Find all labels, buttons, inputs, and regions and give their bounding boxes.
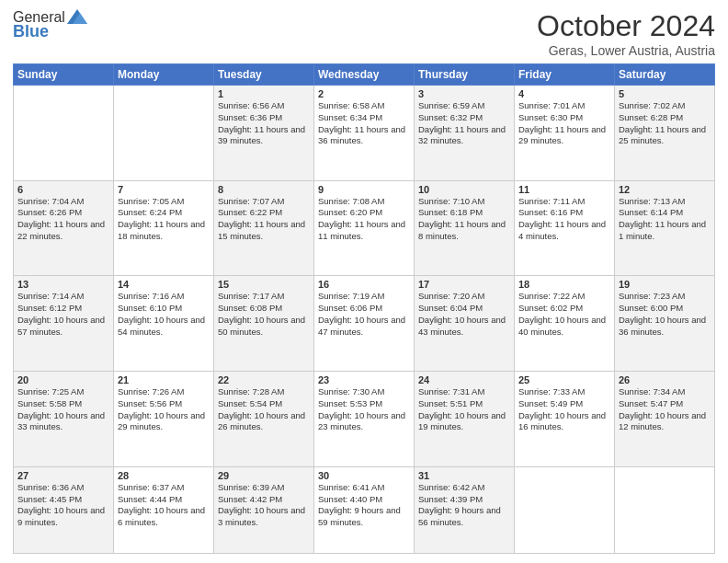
location-subtitle: Geras, Lower Austria, Austria xyxy=(537,43,715,58)
calendar-day-cell xyxy=(114,86,214,181)
day-info: Sunrise: 7:33 AMSunset: 5:49 PMDaylight:… xyxy=(518,386,610,433)
day-info: Sunrise: 7:10 AMSunset: 6:18 PMDaylight:… xyxy=(418,196,510,243)
calendar-week-row: 6Sunrise: 7:04 AMSunset: 6:26 PMDaylight… xyxy=(14,180,715,276)
day-number: 14 xyxy=(118,279,210,290)
day-number: 17 xyxy=(418,279,510,290)
calendar-table: SundayMondayTuesdayWednesdayThursdayFrid… xyxy=(13,63,715,554)
day-number: 11 xyxy=(518,184,610,195)
day-info: Sunrise: 6:39 AMSunset: 4:42 PMDaylight:… xyxy=(218,482,310,529)
day-number: 10 xyxy=(418,184,510,195)
day-number: 13 xyxy=(17,279,109,290)
calendar-day-cell: 27Sunrise: 6:36 AMSunset: 4:45 PMDayligh… xyxy=(14,466,114,553)
day-number: 4 xyxy=(518,88,610,99)
day-info: Sunrise: 6:41 AMSunset: 4:40 PMDaylight:… xyxy=(318,482,410,529)
calendar-day-cell: 4Sunrise: 7:01 AMSunset: 6:30 PMDaylight… xyxy=(515,86,615,181)
calendar-header-row: SundayMondayTuesdayWednesdayThursdayFrid… xyxy=(14,64,715,86)
day-number: 19 xyxy=(619,279,711,290)
day-number: 22 xyxy=(218,374,310,385)
day-number: 21 xyxy=(118,374,210,385)
day-info: Sunrise: 7:31 AMSunset: 5:51 PMDaylight:… xyxy=(418,386,510,433)
day-number: 7 xyxy=(118,184,210,195)
calendar-day-cell: 28Sunrise: 6:37 AMSunset: 4:44 PMDayligh… xyxy=(114,466,214,553)
day-number: 6 xyxy=(17,184,109,195)
day-number: 5 xyxy=(619,88,711,99)
day-info: Sunrise: 7:20 AMSunset: 6:04 PMDaylight:… xyxy=(418,291,510,338)
calendar-day-header: Saturday xyxy=(615,64,715,86)
calendar-day-header: Sunday xyxy=(14,64,114,86)
calendar-day-cell: 11Sunrise: 7:11 AMSunset: 6:16 PMDayligh… xyxy=(515,180,615,276)
day-info: Sunrise: 7:25 AMSunset: 5:58 PMDaylight:… xyxy=(17,386,109,433)
calendar-week-row: 20Sunrise: 7:25 AMSunset: 5:58 PMDayligh… xyxy=(14,372,715,467)
calendar-day-cell: 21Sunrise: 7:26 AMSunset: 5:56 PMDayligh… xyxy=(114,372,214,467)
day-number: 8 xyxy=(218,184,310,195)
day-number: 15 xyxy=(218,279,310,290)
day-info: Sunrise: 7:02 AMSunset: 6:28 PMDaylight:… xyxy=(619,100,711,147)
day-number: 25 xyxy=(518,374,610,385)
day-info: Sunrise: 7:23 AMSunset: 6:00 PMDaylight:… xyxy=(619,291,711,338)
month-title: October 2024 xyxy=(537,9,715,43)
calendar-week-row: 13Sunrise: 7:14 AMSunset: 6:12 PMDayligh… xyxy=(14,276,715,372)
logo-icon xyxy=(67,9,87,24)
day-number: 28 xyxy=(118,470,210,481)
calendar-day-cell: 13Sunrise: 7:14 AMSunset: 6:12 PMDayligh… xyxy=(14,276,114,372)
calendar-day-cell: 1Sunrise: 6:56 AMSunset: 6:36 PMDaylight… xyxy=(214,86,314,181)
day-info: Sunrise: 7:16 AMSunset: 6:10 PMDaylight:… xyxy=(118,291,210,338)
day-number: 30 xyxy=(318,470,410,481)
calendar-day-header: Wednesday xyxy=(314,64,415,86)
calendar-day-cell: 26Sunrise: 7:34 AMSunset: 5:47 PMDayligh… xyxy=(615,372,715,467)
day-info: Sunrise: 7:19 AMSunset: 6:06 PMDaylight:… xyxy=(318,291,410,338)
day-info: Sunrise: 7:34 AMSunset: 5:47 PMDaylight:… xyxy=(619,386,711,433)
title-block: October 2024 Geras, Lower Austria, Austr… xyxy=(537,9,715,58)
calendar-day-cell: 2Sunrise: 6:58 AMSunset: 6:34 PMDaylight… xyxy=(314,86,415,181)
day-info: Sunrise: 7:01 AMSunset: 6:30 PMDaylight:… xyxy=(518,100,610,147)
day-info: Sunrise: 6:58 AMSunset: 6:34 PMDaylight:… xyxy=(318,100,410,147)
day-info: Sunrise: 7:22 AMSunset: 6:02 PMDaylight:… xyxy=(518,291,610,338)
day-info: Sunrise: 6:36 AMSunset: 4:45 PMDaylight:… xyxy=(17,482,109,529)
calendar-day-cell xyxy=(515,466,615,553)
calendar-day-header: Tuesday xyxy=(214,64,314,86)
logo: General Blue xyxy=(13,9,87,41)
day-number: 29 xyxy=(218,470,310,481)
day-number: 23 xyxy=(318,374,410,385)
day-number: 26 xyxy=(619,374,711,385)
day-info: Sunrise: 7:14 AMSunset: 6:12 PMDaylight:… xyxy=(17,291,109,338)
day-number: 12 xyxy=(619,184,711,195)
day-info: Sunrise: 6:42 AMSunset: 4:39 PMDaylight:… xyxy=(418,482,510,529)
day-number: 3 xyxy=(418,88,510,99)
calendar-day-header: Friday xyxy=(515,64,615,86)
day-info: Sunrise: 7:05 AMSunset: 6:24 PMDaylight:… xyxy=(118,196,210,243)
day-info: Sunrise: 6:37 AMSunset: 4:44 PMDaylight:… xyxy=(118,482,210,529)
calendar-day-cell: 23Sunrise: 7:30 AMSunset: 5:53 PMDayligh… xyxy=(314,372,415,467)
day-number: 27 xyxy=(17,470,109,481)
calendar-day-cell: 6Sunrise: 7:04 AMSunset: 6:26 PMDaylight… xyxy=(14,180,114,276)
day-number: 1 xyxy=(218,88,310,99)
header: General Blue October 2024 Geras, Lower A… xyxy=(13,9,715,58)
calendar-day-cell: 25Sunrise: 7:33 AMSunset: 5:49 PMDayligh… xyxy=(515,372,615,467)
calendar-day-cell: 19Sunrise: 7:23 AMSunset: 6:00 PMDayligh… xyxy=(615,276,715,372)
day-info: Sunrise: 7:13 AMSunset: 6:14 PMDaylight:… xyxy=(619,196,711,243)
logo-blue: Blue xyxy=(13,22,49,41)
calendar-day-cell: 3Sunrise: 6:59 AMSunset: 6:32 PMDaylight… xyxy=(415,86,515,181)
day-info: Sunrise: 7:30 AMSunset: 5:53 PMDaylight:… xyxy=(318,386,410,433)
calendar-day-cell: 31Sunrise: 6:42 AMSunset: 4:39 PMDayligh… xyxy=(415,466,515,553)
calendar-day-cell: 5Sunrise: 7:02 AMSunset: 6:28 PMDaylight… xyxy=(615,86,715,181)
day-info: Sunrise: 7:04 AMSunset: 6:26 PMDaylight:… xyxy=(17,196,109,243)
calendar-day-cell: 8Sunrise: 7:07 AMSunset: 6:22 PMDaylight… xyxy=(214,180,314,276)
calendar-day-cell xyxy=(615,466,715,553)
calendar-day-cell: 22Sunrise: 7:28 AMSunset: 5:54 PMDayligh… xyxy=(214,372,314,467)
page-container: General Blue October 2024 Geras, Lower A… xyxy=(0,0,728,563)
day-info: Sunrise: 7:07 AMSunset: 6:22 PMDaylight:… xyxy=(218,196,310,243)
calendar-day-cell: 17Sunrise: 7:20 AMSunset: 6:04 PMDayligh… xyxy=(415,276,515,372)
calendar-day-header: Thursday xyxy=(415,64,515,86)
calendar-day-cell: 7Sunrise: 7:05 AMSunset: 6:24 PMDaylight… xyxy=(114,180,214,276)
calendar-day-cell: 14Sunrise: 7:16 AMSunset: 6:10 PMDayligh… xyxy=(114,276,214,372)
calendar-day-cell: 12Sunrise: 7:13 AMSunset: 6:14 PMDayligh… xyxy=(615,180,715,276)
calendar-day-cell: 15Sunrise: 7:17 AMSunset: 6:08 PMDayligh… xyxy=(214,276,314,372)
calendar-week-row: 27Sunrise: 6:36 AMSunset: 4:45 PMDayligh… xyxy=(14,466,715,553)
day-number: 24 xyxy=(418,374,510,385)
day-number: 2 xyxy=(318,88,410,99)
day-number: 16 xyxy=(318,279,410,290)
day-info: Sunrise: 7:11 AMSunset: 6:16 PMDaylight:… xyxy=(518,196,610,243)
calendar-day-cell xyxy=(14,86,114,181)
day-info: Sunrise: 7:08 AMSunset: 6:20 PMDaylight:… xyxy=(318,196,410,243)
